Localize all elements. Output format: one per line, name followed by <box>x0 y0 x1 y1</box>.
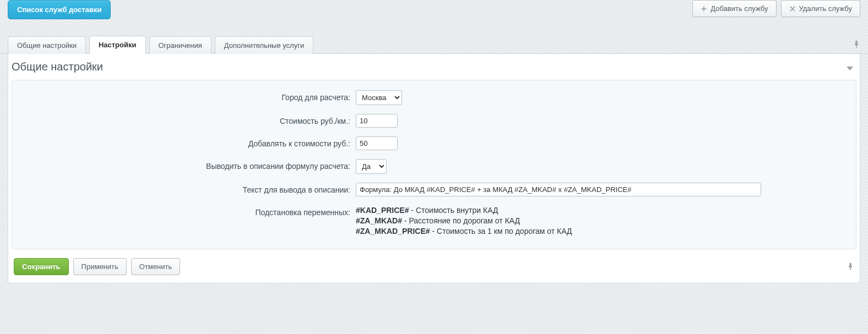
row-show-formula: Выводить в описании формулу расчета: Да <box>19 159 849 174</box>
collapse-toggle-icon[interactable] <box>845 63 854 72</box>
panel-header: Общие настройки <box>8 54 860 80</box>
row-price-per-km: Стоимость руб./км.: <box>19 114 849 128</box>
var-desc: - Стоимость за 1 км по дорогам от КАД <box>430 227 572 236</box>
var-token: #KAD_PRICE# <box>356 206 409 215</box>
row-desc-text: Текст для вывода в описании: <box>19 183 849 196</box>
desc-text-input[interactable] <box>356 183 761 196</box>
var-token: #ZA_MKAD# <box>356 216 402 225</box>
page-root: Список служб доставки Добавить службу Уд… <box>0 0 868 334</box>
panel-title: Общие настройки <box>12 61 103 73</box>
breadcrumb-delivery-services[interactable]: Список служб доставки <box>8 0 111 19</box>
tab-restrictions[interactable]: Ограничения <box>149 36 211 54</box>
var-token: #ZA_MKAD_PRICE# <box>356 227 430 236</box>
tab-general[interactable]: Общие настройки <box>8 36 86 54</box>
vars-list: #KAD_PRICE# - Стоимость внутри КАД #ZA_M… <box>356 205 849 237</box>
top-actions: Добавить службу Удалить службу <box>692 0 860 17</box>
plus-icon <box>701 6 707 12</box>
add-to-price-input[interactable] <box>356 136 398 150</box>
var-desc: - Расстояние по дорогам от КАД <box>402 216 520 225</box>
label-add-to-price: Добавлять к стоимости руб.: <box>19 136 356 148</box>
city-select[interactable]: Москва <box>356 90 402 105</box>
var-line: #ZA_MKAD# - Расстояние по дорогам от КАД <box>356 216 849 226</box>
add-service-button[interactable]: Добавить службу <box>692 0 776 17</box>
var-line: #ZA_MKAD_PRICE# - Стоимость за 1 км по д… <box>356 226 849 237</box>
row-city: Город для расчета: Москва <box>19 90 849 105</box>
settings-panel: Общие настройки Город для расчета: Москв… <box>8 54 860 283</box>
panel-body: Город для расчета: Москва Стоимость руб.… <box>12 80 856 249</box>
label-show-formula: Выводить в описании формулу расчета: <box>19 159 356 171</box>
close-icon <box>789 6 796 12</box>
label-price-per-km: Стоимость руб./км.: <box>19 114 356 125</box>
row-add-to-price: Добавлять к стоимости руб.: <box>19 136 849 150</box>
tabs-row: Общие настройки Настройки Ограничения До… <box>0 34 868 54</box>
add-service-label: Добавить службу <box>710 4 768 13</box>
footer-actions: Сохранить Применить Отменить <box>8 255 860 280</box>
cancel-button[interactable]: Отменить <box>131 258 180 275</box>
topbar: Список служб доставки Добавить службу Уд… <box>0 0 868 34</box>
show-formula-select[interactable]: Да <box>356 159 387 174</box>
save-button[interactable]: Сохранить <box>14 258 69 275</box>
pin-icon[interactable] <box>847 262 854 270</box>
var-desc: - Стоимость внутри КАД <box>409 206 498 215</box>
var-line: #KAD_PRICE# - Стоимость внутри КАД <box>356 205 849 216</box>
pin-icon[interactable] <box>853 40 860 48</box>
delete-service-button[interactable]: Удалить службу <box>781 0 860 17</box>
tab-settings[interactable]: Настройки <box>89 36 146 54</box>
label-desc-text: Текст для вывода в описании: <box>19 183 356 194</box>
delete-service-label: Удалить службу <box>799 4 852 13</box>
apply-button[interactable]: Применить <box>73 258 127 275</box>
row-vars: Подстановка переменных: #KAD_PRICE# - Ст… <box>19 205 849 237</box>
tab-extra-services[interactable]: Дополнительные услуги <box>215 36 313 54</box>
price-per-km-input[interactable] <box>356 114 398 128</box>
label-city: Город для расчета: <box>19 90 356 102</box>
label-vars: Подстановка переменных: <box>19 205 356 217</box>
